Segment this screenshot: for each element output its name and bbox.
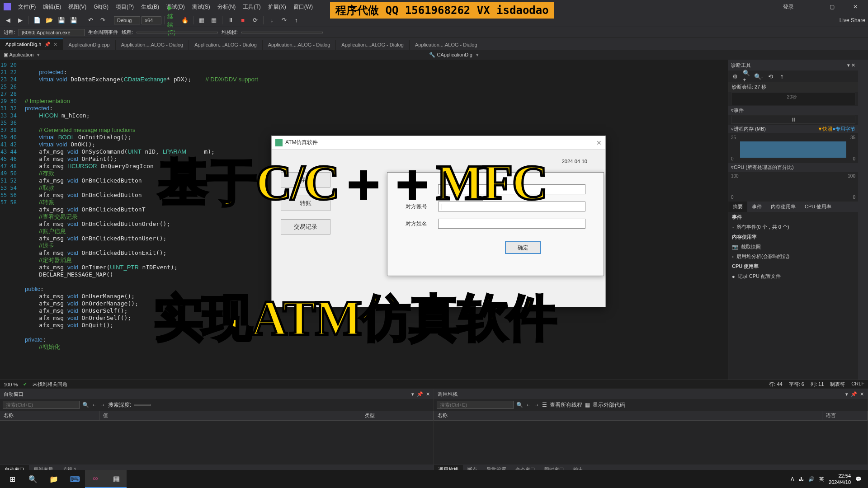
open-icon[interactable]: 📂 <box>44 15 55 26</box>
zoom-level[interactable]: 100 % <box>4 382 18 387</box>
tray-network-icon[interactable]: 🖧 <box>799 476 804 482</box>
maximize-icon[interactable]: ▢ <box>823 0 841 13</box>
continue-icon[interactable]: ▶ 继续(C) <box>167 15 178 26</box>
save-all-icon[interactable]: 💾 <box>68 15 79 26</box>
snapshot-item[interactable]: 📷 截取快照 <box>728 242 858 252</box>
panel-close-icon[interactable]: ✕ <box>860 391 864 397</box>
extern-label[interactable]: 显示外部代码 <box>593 401 625 409</box>
step-into-icon[interactable]: ↓ <box>266 15 277 26</box>
ok-button[interactable]: 确定 <box>505 241 541 254</box>
panel-pin-icon[interactable]: 📌 <box>417 391 423 397</box>
heap-item[interactable]: ◦ 启用堆分析(会影响性能) <box>728 252 858 261</box>
name-input[interactable] <box>438 219 585 229</box>
diag-config-icon[interactable]: ⫯ <box>778 72 786 80</box>
dialog-close-icon[interactable]: ✕ <box>596 139 602 146</box>
panel-close-icon[interactable]: ✕ <box>426 391 430 397</box>
col-name[interactable]: 名称 <box>0 411 99 420</box>
panel-close-icon[interactable]: ✕ <box>851 62 855 68</box>
extern-icon[interactable]: ▦ <box>585 402 590 408</box>
process-dropdown[interactable]: [6060] Application.exe <box>19 29 85 36</box>
col-name[interactable]: 名称 <box>434 411 822 420</box>
tab-close-icon[interactable]: ✕ <box>53 42 57 47</box>
threads-icon[interactable]: ☰ <box>542 402 547 408</box>
undo-icon[interactable]: ↶ <box>85 15 96 26</box>
menu-view[interactable]: 视图(V) <box>65 3 90 11</box>
diag-tab-events[interactable]: 事件 <box>747 202 766 212</box>
callstack-search-input[interactable] <box>437 401 514 409</box>
diag-tab-summary[interactable]: 摘要 <box>728 202 747 212</box>
menu-build[interactable]: 生成(B) <box>137 3 163 11</box>
pin-icon[interactable]: 📌 <box>44 42 51 47</box>
diag-settings-icon[interactable]: ⚙ <box>731 72 739 80</box>
tab-dialog-3[interactable]: Application....ALOG - Dialog <box>263 40 336 50</box>
events-item[interactable]: ◦ 所有事件(0 个，共 0 个) <box>728 222 858 232</box>
platform-dropdown[interactable]: x64 <box>142 16 161 24</box>
tab-dialog-2[interactable]: Application....ALOG - Dialog <box>189 40 263 50</box>
col-value[interactable]: 值 <box>99 411 361 420</box>
line-ending[interactable]: CRLF <box>851 381 864 388</box>
nav-next-icon[interactable]: → <box>534 402 539 408</box>
history-button[interactable]: 交易记录 <box>281 219 330 235</box>
step-out-icon[interactable]: ↑ <box>291 15 302 26</box>
tab-applicationdlg-h[interactable]: ApplicationDlg.h📌✕ <box>0 38 63 50</box>
break-all-icon[interactable]: ⏸ <box>225 15 236 26</box>
panel-dropdown-icon[interactable]: ▾ <box>411 391 414 397</box>
nav-next-icon[interactable]: → <box>100 402 105 408</box>
app-button[interactable]: ▦ <box>106 470 127 488</box>
restart-icon[interactable]: ⟳ <box>250 15 260 26</box>
right-tab-strip[interactable] <box>858 60 868 380</box>
tray-ime[interactable]: 英 <box>819 476 824 483</box>
autos-search-input[interactable] <box>3 401 80 409</box>
menu-edit[interactable]: 编辑(E) <box>39 3 65 11</box>
col-lang[interactable]: 语言 <box>822 411 868 420</box>
tab-dialog-1[interactable]: Application....ALOG - Dialog <box>116 40 189 50</box>
explorer-button[interactable]: 📁 <box>43 470 64 488</box>
menu-window[interactable]: 窗口(W) <box>290 3 316 11</box>
diag-timeline[interactable]: 20秒 <box>731 93 855 105</box>
hot-reload-icon[interactable]: 🔥 <box>179 15 190 26</box>
menu-test[interactable]: 测试(S) <box>189 3 214 11</box>
nav-prev-icon[interactable]: ← <box>92 402 97 408</box>
diag-zoomout-icon[interactable]: 🔍- <box>755 72 763 80</box>
tab-dialog-5[interactable]: Application....ALOG - Dialog <box>410 40 483 50</box>
menu-extensions[interactable]: 扩展(X) <box>264 3 290 11</box>
close-icon[interactable]: ✕ <box>846 0 864 13</box>
breadcrumb-scope[interactable]: ▣ Application <box>4 52 33 58</box>
stack-dropdown[interactable] <box>241 32 323 33</box>
pause-icon[interactable]: ⏸ <box>789 116 798 124</box>
search-button[interactable]: 🔍 <box>23 470 43 488</box>
new-project-icon[interactable]: 📄 <box>32 15 42 26</box>
diag-zoomin-icon[interactable]: 🔍+ <box>743 72 751 80</box>
tray-clock[interactable]: 22:542024/4/10 <box>829 473 851 485</box>
tab-dialog-4[interactable]: Application....ALOG - Dialog <box>336 40 410 50</box>
vs-button[interactable]: ∞ <box>85 470 106 488</box>
step-over-icon[interactable]: ↷ <box>278 15 289 26</box>
thread-dropdown[interactable] <box>137 32 218 33</box>
panel-dropdown-icon[interactable]: ▾ <box>847 62 850 68</box>
depth-dropdown[interactable] <box>134 404 151 406</box>
search-icon[interactable]: 🔍 <box>82 402 89 408</box>
menu-tools[interactable]: 工具(T) <box>239 3 264 11</box>
diag-tab-memory[interactable]: 内存使用率 <box>766 202 800 212</box>
menu-git[interactable]: Git(G) <box>90 4 112 10</box>
nav-prev-icon[interactable]: ← <box>526 402 531 408</box>
start-button[interactable]: ⊞ <box>2 470 23 488</box>
breadcrumb-class[interactable]: 🔧 CApplicationDlg <box>429 52 472 58</box>
liveshare-link[interactable]: Live Share <box>840 17 865 23</box>
menu-file[interactable]: 文件(F) <box>14 3 39 11</box>
ui-tree-icon[interactable]: ▦ <box>196 15 207 26</box>
tab-applicationdlg-cpp[interactable]: ApplicationDlg.cpp <box>63 40 116 50</box>
cpu-record-item[interactable]: ● 记录 CPU 配置文件 <box>728 272 858 281</box>
stop-icon[interactable]: ■ <box>237 15 248 26</box>
menu-project[interactable]: 项目(P) <box>112 3 137 11</box>
nav-back-icon[interactable]: ◀ <box>3 15 14 26</box>
login-link[interactable]: 登录 <box>783 3 794 11</box>
diag-reset-icon[interactable]: ⟲ <box>766 72 774 80</box>
all-threads-label[interactable]: 查看所有线程 <box>550 401 582 409</box>
selection-icon[interactable]: ▦ <box>208 15 219 26</box>
col-type[interactable]: 类型 <box>361 411 434 420</box>
vscode-button[interactable]: ⌨ <box>64 470 85 488</box>
config-dropdown[interactable]: Debug <box>114 16 140 24</box>
save-icon[interactable]: 💾 <box>56 15 67 26</box>
indent-mode[interactable]: 制表符 <box>830 381 845 388</box>
